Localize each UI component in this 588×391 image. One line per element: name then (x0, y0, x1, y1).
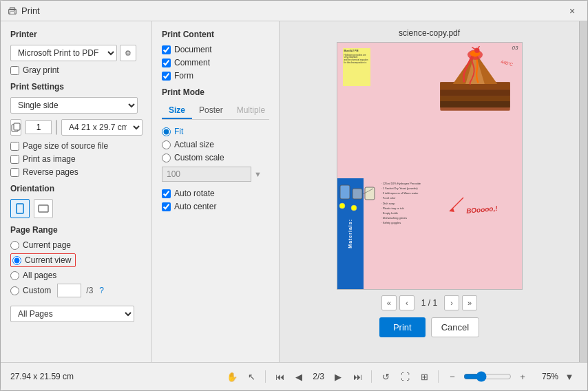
toolbar-separator-2 (371, 370, 372, 383)
zoom-out-button[interactable]: − (444, 368, 461, 385)
zoom-slider[interactable] (463, 371, 512, 382)
prev-page-button[interactable]: ‹ (399, 295, 414, 310)
expand-button[interactable]: ⊞ (416, 368, 432, 385)
help-button[interactable]: ? (99, 286, 104, 295)
document-label: Document (174, 45, 212, 54)
all-pages-row: All pages (10, 271, 142, 280)
next-page-button[interactable]: › (444, 295, 459, 310)
cancel-button[interactable]: Cancel (431, 317, 479, 337)
fit-radio[interactable] (162, 127, 171, 136)
first-page-icon: ⏮ (275, 372, 284, 382)
copies-row: ▲ ▼ A4 21 x 29.7 cmLetter 21.59 x 27.94 … (10, 119, 142, 136)
form-row: Form (162, 71, 269, 81)
current-page-row: Current page (10, 240, 142, 250)
last-page-tool-button[interactable]: ⏭ (349, 368, 366, 385)
form-checkbox[interactable] (162, 72, 171, 81)
copies-input[interactable] (25, 120, 52, 134)
printer-select[interactable]: Microsoft Print to PDFAdobe PDFMicrosoft… (10, 45, 117, 61)
single-side-select[interactable]: Single sideBoth sides - Flip on long edg… (10, 97, 138, 114)
tab-size[interactable]: Size (162, 103, 192, 119)
all-pages-label: All pages (23, 271, 56, 280)
custom-input[interactable]: 2 (57, 284, 81, 297)
hand-icon: ✋ (227, 372, 238, 382)
last-page-button[interactable]: » (462, 295, 477, 310)
next-page-icon: ▶ (335, 372, 342, 382)
current-page-label: Current page (23, 240, 71, 250)
all-pages-radio[interactable] (10, 271, 19, 280)
print-icon (8, 6, 17, 16)
reverse-pages-checkbox[interactable] (10, 168, 19, 177)
print-button[interactable]: Print (379, 317, 426, 337)
zoom-out-icon: − (450, 372, 455, 382)
select-tool-button[interactable]: ↖ (243, 368, 260, 385)
first-page-button[interactable]: « (381, 295, 397, 310)
copies-down-button[interactable]: ▼ (56, 127, 57, 134)
last-page-icon: ⏭ (353, 372, 362, 382)
page-size-source-checkbox[interactable] (10, 142, 19, 151)
svg-point-27 (351, 205, 357, 211)
svg-rect-11 (440, 96, 510, 101)
right-scrollbar[interactable] (579, 21, 587, 362)
custom-scale-radio[interactable] (162, 154, 171, 162)
paper-size-select[interactable]: A4 21 x 29.7 cmLetter 21.59 x 27.94 cm (61, 119, 143, 136)
print-as-image-row: Print as image (10, 154, 142, 164)
gray-print-row: Gray print (10, 65, 142, 75)
orientation-title: Orientation (10, 184, 142, 193)
landscape-button[interactable] (34, 199, 53, 218)
copies-icon (11, 123, 21, 132)
zoom-in-button[interactable]: + (514, 368, 531, 385)
custom-scale-label: Custom scale (174, 153, 224, 162)
reverse-pages-row: Reverse pages (10, 167, 142, 177)
first-page-tool-button[interactable]: ⏮ (271, 368, 288, 385)
reverse-pages-label: Reverse pages (23, 167, 78, 177)
svg-rect-24 (353, 189, 362, 199)
dialog-footer: 27.94 x 21.59 cm ✋ ↖ ⏮ ◀ 2/3 ▶ ⏭ (1, 362, 587, 390)
all-pages-select[interactable]: All PagesOdd PagesEven Pages (10, 306, 134, 322)
auto-center-checkbox[interactable] (162, 202, 171, 211)
auto-rotate-checkbox[interactable] (162, 189, 171, 198)
svg-rect-6 (17, 204, 23, 213)
document-checkbox[interactable] (162, 45, 171, 54)
zoom-dropdown-button[interactable]: ▼ (561, 368, 578, 385)
fullscreen-button[interactable]: ⛶ (397, 368, 413, 385)
close-button[interactable]: × (564, 3, 580, 19)
auto-rotate-row: Auto rotate (162, 189, 269, 198)
svg-point-3 (14, 10, 14, 10)
copies-up-button[interactable]: ▲ (56, 120, 57, 127)
print-content-title: Print Content (162, 30, 269, 39)
dialog-body: Printer Microsoft Print to PDFAdobe PDFM… (1, 21, 587, 362)
beakers-svg (339, 182, 377, 223)
rotate-button[interactable]: ↺ (377, 368, 394, 385)
gray-print-checkbox[interactable] (10, 66, 19, 75)
svg-rect-23 (340, 185, 350, 199)
middle-panel: Print Content Document Comment Form Prin… (152, 21, 280, 362)
tab-poster[interactable]: Poster (192, 103, 230, 119)
print-settings-title: Print Settings (10, 82, 142, 92)
print-dialog: Print × Printer Microsoft Print to PDFAd… (0, 0, 588, 391)
materials-content: · 125ml 10% Hydrogen Peroxide · 1 Sachet… (337, 178, 522, 289)
next-page-tool-button[interactable]: ▶ (330, 368, 346, 385)
footer-toolbar: ✋ ↖ ⏮ ◀ 2/3 ▶ ⏭ ↺ ⛶ (224, 368, 578, 385)
tab-booklet: Booklet (272, 103, 280, 119)
actual-size-radio[interactable] (162, 140, 171, 149)
expand-icon: ⊞ (421, 372, 428, 382)
print-mode-section: Print Mode Size Poster Multiple Booklet … (162, 87, 269, 211)
print-as-image-checkbox[interactable] (10, 155, 19, 164)
hand-tool-button[interactable]: ✋ (224, 368, 240, 385)
printer-settings-button[interactable]: ⚙ (120, 45, 136, 61)
auto-center-row: Auto center (162, 202, 269, 211)
prev-page-icon: ◀ (295, 372, 302, 382)
right-panel: science-copy.pdf 03 Must A.I! PM Hydroge… (280, 21, 579, 362)
portrait-button[interactable] (10, 199, 30, 218)
comment-checkbox[interactable] (162, 59, 171, 67)
current-page-radio[interactable] (10, 241, 19, 250)
gray-print-label: Gray print (23, 65, 59, 75)
portrait-icon (15, 203, 25, 214)
print-mode-tabs: Size Poster Multiple Booklet (162, 103, 269, 120)
current-view-radio[interactable] (12, 256, 21, 265)
svg-point-26 (339, 203, 345, 209)
svg-rect-12 (440, 101, 510, 107)
actual-size-row: Actual size (162, 140, 269, 149)
prev-page-tool-button[interactable]: ◀ (291, 368, 307, 385)
custom-radio[interactable] (10, 286, 19, 295)
